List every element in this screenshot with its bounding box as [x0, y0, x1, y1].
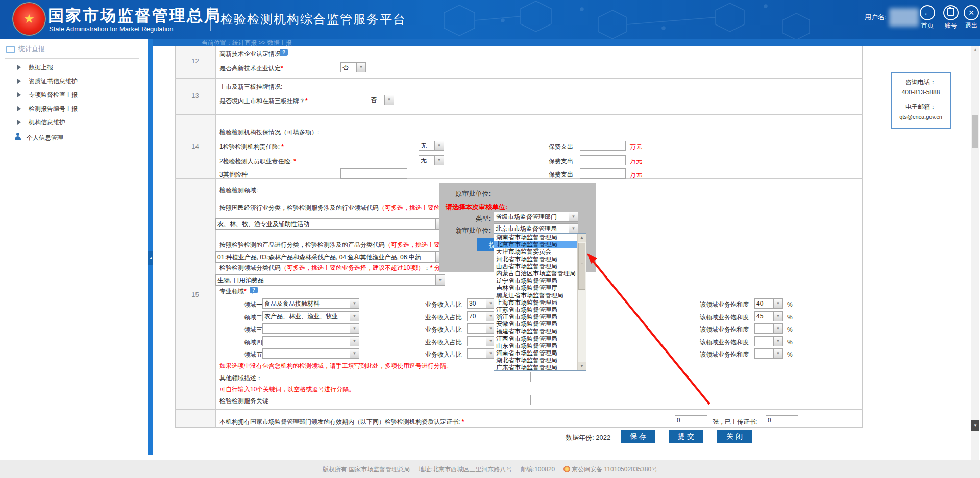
footer-beian[interactable]: 京公网安备 11010502035380号	[572, 466, 657, 473]
chevron-down-icon[interactable]: ▼	[350, 312, 359, 321]
chevron-down-icon[interactable]: ▼	[773, 312, 782, 321]
income5-select[interactable]: ▼	[467, 348, 496, 359]
sidebar-collapse-arrow[interactable]: ◂	[148, 251, 153, 265]
home-icon[interactable]: ←	[920, 5, 935, 20]
sidebar-item-special-inspection[interactable]: 专项监督检查上报	[0, 88, 148, 102]
field1-select[interactable]: 食品及食品接触材料▼	[262, 298, 359, 309]
field3-select[interactable]: ▼	[262, 323, 359, 334]
dropdown-option[interactable]: 内蒙古自治区市场监督管理局	[494, 270, 578, 277]
close-button[interactable]: 关 闭	[717, 430, 752, 443]
dropdown-option[interactable]: 福建省市场监督管理局	[494, 328, 578, 335]
chevron-down-icon[interactable]: ▼	[384, 95, 394, 105]
sidebar-splitter[interactable]	[148, 39, 153, 455]
nav-home-label[interactable]: 首页	[916, 21, 939, 30]
insurance1-value: 无	[419, 141, 434, 150]
sat4-select[interactable]: ▼	[754, 336, 783, 346]
chevron-down-icon[interactable]: ▼	[350, 299, 359, 308]
chevron-down-icon[interactable]: ▼	[435, 275, 445, 285]
listing-select[interactable]: 否▼	[369, 95, 394, 105]
scroll-up-arrow-icon[interactable]: ▲	[971, 46, 979, 54]
scroll-down-arrow-icon[interactable]: ▼	[971, 420, 979, 431]
dropdown-option-selected[interactable]: 北京市市场监督管理局	[494, 241, 578, 248]
hightech-select[interactable]: 否▼	[340, 62, 366, 72]
scrollbar-thumb[interactable]	[972, 115, 978, 148]
dropdown-option[interactable]: 山西省市场监督管理局	[494, 263, 578, 270]
fee1-input[interactable]	[580, 141, 626, 151]
dropdown-option[interactable]: 湖南省市场监督管理局	[494, 234, 578, 241]
product-code-select[interactable]: 01:种植业产品, 03:森林产品和森林采伐产品, 04:鱼和其他渔业产品, 0…	[215, 251, 445, 263]
dropdown-option[interactable]: 黑龙江省市场监督管理局	[494, 292, 578, 299]
dropdown-option[interactable]: 浙江省市场监督管理局	[494, 313, 578, 320]
sidebar-item-report-number[interactable]: 检测报告编号上报	[0, 102, 148, 115]
type-select[interactable]: 省级市场监督管理部门▼	[494, 212, 578, 222]
fee3-input[interactable]	[580, 168, 626, 179]
scroll-up-arrow-icon[interactable]: ▲	[578, 234, 586, 242]
fee2-input[interactable]	[580, 155, 626, 165]
nav-logout-label[interactable]: 退出	[960, 21, 980, 30]
chevron-down-icon[interactable]: ▼	[773, 299, 782, 308]
chevron-down-icon[interactable]: ▼	[350, 337, 359, 346]
income1-select[interactable]: 30▼	[467, 298, 496, 309]
other-domain-input[interactable]	[265, 372, 531, 382]
account-icon[interactable]	[943, 5, 959, 20]
income3-select[interactable]: ▼	[467, 323, 496, 334]
dropdown-option[interactable]: 上海市市场监督管理局	[494, 299, 578, 306]
help-bubble-icon[interactable]: ?	[250, 287, 258, 293]
sat3-select[interactable]: ▼	[754, 323, 783, 334]
police-badge-icon	[564, 466, 570, 472]
chevron-down-icon[interactable]: ▼	[356, 63, 365, 72]
income4-select[interactable]: ▼	[467, 336, 496, 346]
scrollbar-thumb[interactable]: ≡	[578, 243, 585, 290]
dropdown-option[interactable]: 湖北省市场监督管理局	[494, 357, 578, 364]
chevron-down-icon[interactable]: ▼	[350, 324, 359, 333]
chevron-down-icon[interactable]: ▼	[773, 324, 782, 333]
insurance2-select[interactable]: 无▼	[419, 155, 444, 165]
scroll-down-arrow-icon[interactable]: ▼	[578, 362, 586, 370]
uploaded-count-input[interactable]	[766, 415, 798, 425]
field4-select[interactable]: ▼	[262, 336, 359, 346]
dropdown-option[interactable]: 安徽省市场监督管理局	[494, 320, 578, 328]
insurance2-text: 2检验检测人员职业责任险:	[219, 158, 292, 165]
income2-select[interactable]: 70▼	[467, 311, 496, 321]
sidebar-item-data-upload[interactable]: 数据上报	[0, 60, 148, 74]
keywords-input[interactable]	[269, 395, 531, 405]
sat2-select[interactable]: 45▼	[754, 311, 783, 321]
field2-select[interactable]: 农产品、林业、渔业、牧业▼	[262, 311, 359, 321]
dropdown-option[interactable]: 山东省市场监督管理局	[494, 342, 578, 349]
sidebar-item-personal-info[interactable]: 个人信息管理	[0, 131, 148, 145]
insurance3-input[interactable]	[340, 168, 407, 179]
new-unit-select[interactable]: 北京市市场监督管理局▼	[494, 223, 578, 234]
chevron-down-icon[interactable]: ▼	[773, 337, 782, 346]
chevron-down-icon[interactable]: ▼	[434, 141, 444, 150]
logout-icon[interactable]: ×	[964, 5, 979, 20]
sat5-select[interactable]: ▼	[754, 348, 783, 359]
industry-code-select[interactable]: 农、林、牧、渔专业及辅助性活动▼	[215, 218, 445, 230]
chevron-down-icon[interactable]: ▼	[773, 349, 782, 358]
domain-code-select[interactable]: 生物, 日用消费品▼	[215, 274, 445, 286]
field5-select[interactable]: ▼	[262, 348, 359, 359]
sidebar-section-title: 统计直报	[18, 45, 45, 53]
dropdown-option[interactable]: 江苏省市场监督管理局	[494, 306, 578, 313]
dropdown-option[interactable]: 河南省市场监督管理局	[494, 349, 578, 357]
dropdown-option[interactable]: 河北省市场监督管理局	[494, 256, 578, 263]
dropdown-scrollbar[interactable]: ▲ ≡ ▼	[577, 234, 586, 370]
chevron-down-icon[interactable]: ▼	[350, 349, 359, 358]
chevron-down-icon[interactable]: ▼	[434, 156, 444, 165]
dropdown-option[interactable]: 江西省市场监督管理局	[494, 335, 578, 342]
sidebar-item-org-info[interactable]: 机构信息维护	[0, 115, 148, 129]
insurance1-select[interactable]: 无▼	[419, 141, 444, 151]
dropdown-option[interactable]: 吉林省市场监督管理厅	[494, 284, 578, 291]
page-scrollbar[interactable]: ▲ ▼	[971, 46, 979, 460]
save-button[interactable]: 保 存	[621, 430, 655, 443]
help-bubble-icon[interactable]: ?	[280, 49, 288, 56]
sat1-select[interactable]: 40▼	[754, 298, 783, 309]
income4-label: 业务收入占比	[425, 338, 462, 346]
dropdown-option[interactable]: 辽宁省市场监督管理局	[494, 277, 578, 284]
certificate-count-input[interactable]	[675, 415, 707, 425]
dropdown-option[interactable]: 天津市场监督委员会	[494, 248, 578, 255]
chevron-down-icon[interactable]: ▼	[569, 212, 578, 221]
chevron-down-icon[interactable]: ▼	[569, 224, 578, 233]
dropdown-option[interactable]: 广东省市场监督管理局	[494, 364, 578, 370]
sidebar-item-certificate-info[interactable]: 资质证书信息维护	[0, 74, 148, 88]
submit-button[interactable]: 提 交	[669, 430, 703, 443]
